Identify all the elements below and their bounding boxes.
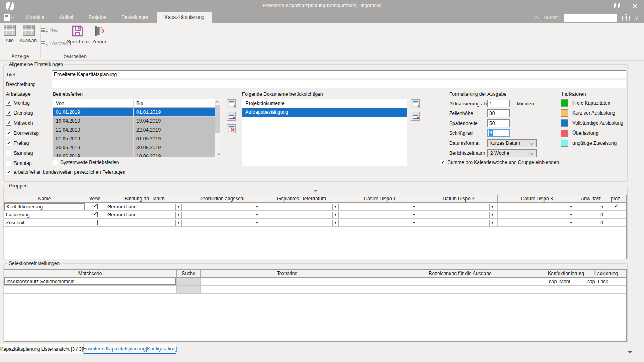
column-header[interactable]: Name xyxy=(4,195,85,202)
table-row[interactable]: 30.05.201930.05.2019 xyxy=(53,143,215,152)
cell-name[interactable]: Lackierung xyxy=(4,211,85,218)
alle-button[interactable]: Alle xyxy=(2,25,17,43)
cell-dispo3-dropdown[interactable] xyxy=(498,219,576,226)
cell-produktion-dropdown[interactable] xyxy=(184,219,262,226)
column-header[interactable]: verw. xyxy=(85,195,105,202)
dropdown-button[interactable] xyxy=(411,204,417,210)
cell-matchcode[interactable]: Insektenschutz Schiebeelement xyxy=(4,278,177,285)
cell-dispo3-dropdown[interactable] xyxy=(498,211,576,218)
dropdown-button[interactable] xyxy=(175,204,182,210)
cell-verw[interactable] xyxy=(85,211,105,218)
cell-abw-fast[interactable]: 5 xyxy=(576,203,605,210)
betriebsferien-grid[interactable]: Von Bis 01.01.201901.01.2019 19.04.20191… xyxy=(53,99,215,157)
vertical-scrollbar[interactable] xyxy=(215,99,221,157)
main-menu-button[interactable] xyxy=(4,13,15,22)
list-item[interactable]: Auftragsbestätigung xyxy=(242,108,407,117)
dropdown-button[interactable] xyxy=(175,220,182,226)
cell-lieferdatum-dropdown[interactable] xyxy=(262,203,341,210)
schriftgrad-input[interactable]: 9 xyxy=(487,129,510,137)
cell-proz[interactable] xyxy=(605,219,627,226)
cell-konfektionierung[interactable] xyxy=(547,286,585,293)
table-row[interactable]: 01.01.201901.01.2019 xyxy=(53,108,215,117)
gruppen-grid[interactable]: Name verw. Bindung an Datum Produktion a… xyxy=(4,195,627,259)
restore-button[interactable] xyxy=(607,0,625,12)
checkbox-montag[interactable]: Montag xyxy=(6,100,39,106)
cell-abw-fast[interactable]: 0 xyxy=(576,211,605,218)
cell-dispo1-dropdown[interactable] xyxy=(341,203,419,210)
dokumente-delete-button[interactable]: ✕ xyxy=(411,112,420,121)
cell-textstring[interactable] xyxy=(201,278,374,285)
cell-proz[interactable] xyxy=(605,211,627,218)
column-header-bis[interactable]: Bis xyxy=(134,99,143,107)
table-row[interactable]: 19.04.201919.04.2019 xyxy=(53,117,215,125)
column-header[interactable]: proz. xyxy=(605,195,627,202)
collapse-ribbon-icon[interactable] xyxy=(534,16,539,20)
dokumente-list[interactable]: Projektdokumente Auftragsbestätigung xyxy=(242,99,407,166)
dropdown-button[interactable] xyxy=(332,204,339,210)
column-header[interactable]: Datum Dispo 2 xyxy=(419,195,498,202)
cell-dispo3-dropdown[interactable] xyxy=(498,203,576,210)
cell-konfektionierung[interactable]: cap_Mont xyxy=(547,278,585,285)
dropdown-button[interactable] xyxy=(411,220,417,226)
cell-matchcode[interactable] xyxy=(4,286,177,293)
dropdown-button[interactable] xyxy=(254,220,260,226)
dropdown-button[interactable] xyxy=(175,212,182,218)
cell-verw[interactable] xyxy=(85,203,105,210)
column-header[interactable]: Geplantes Lieferdatum xyxy=(262,195,341,202)
cell-lieferdatum-dropdown[interactable] xyxy=(262,211,341,218)
checkbox-systemweite-betriebsferien[interactable]: Systemweite Betriebsferien xyxy=(53,160,119,165)
tab-list-menu-icon[interactable] xyxy=(628,350,632,354)
cell-bezeichnung[interactable] xyxy=(374,286,547,293)
binoculars-search-icon[interactable] xyxy=(622,14,630,21)
scrollbar-thumb[interactable] xyxy=(215,105,220,133)
dropdown-button[interactable] xyxy=(568,220,574,226)
aktualisierung-input[interactable] xyxy=(487,100,510,107)
betriebsferien-add-row-button[interactable]: + xyxy=(227,99,236,108)
cell-dispo2-dropdown[interactable] xyxy=(419,211,498,218)
cell-bindung-dropdown[interactable]: Gedruckt am xyxy=(105,203,184,210)
cell-suche-button[interactable] xyxy=(177,278,201,285)
betriebsferien-delete-row-button[interactable]: ✕ xyxy=(227,112,236,121)
close-button[interactable] xyxy=(625,0,644,12)
checkbox-summe-pro-kalenderwoche[interactable]: Summe pro Kalenderwoche und Gruppe einbl… xyxy=(440,160,559,165)
checkbox-freitag[interactable]: Freitag xyxy=(6,140,39,146)
cell-bindung-dropdown[interactable]: Gedruckt am xyxy=(105,211,184,218)
cell-proz[interactable] xyxy=(605,203,627,210)
column-header[interactable]: Datum Dispo 3 xyxy=(498,195,576,202)
dropdown-button[interactable] xyxy=(489,220,495,226)
checkbox-donnerstag[interactable]: Donnerstag xyxy=(6,130,39,136)
cell-verw[interactable] xyxy=(85,219,105,226)
dropdown-button[interactable] xyxy=(568,212,574,218)
column-header[interactable]: Textstring xyxy=(201,270,374,277)
checkbox-samstag[interactable]: Samstag xyxy=(6,150,39,156)
checkbox-sonntag[interactable]: Sonntag xyxy=(6,160,39,166)
table-row[interactable]: 01.05.201901.05.2019 xyxy=(53,134,215,143)
column-header[interactable]: Matchcode xyxy=(4,270,177,277)
dokumente-add-button[interactable]: + xyxy=(411,99,420,108)
cell-textstring[interactable] xyxy=(201,286,374,293)
cell-lackierung[interactable] xyxy=(585,286,627,293)
column-header[interactable]: Bindung an Datum xyxy=(105,195,184,202)
checkbox-dienstag[interactable]: Dienstag xyxy=(6,110,39,116)
menu-tab-artikel[interactable]: Artikel xyxy=(52,12,80,23)
menu-tab-projekte[interactable]: Projekte xyxy=(81,12,114,23)
cell-produktion-dropdown[interactable] xyxy=(184,203,262,210)
column-header[interactable]: Produktion abgeschl. xyxy=(184,195,262,202)
cell-lieferdatum-dropdown[interactable] xyxy=(262,219,341,226)
minimize-button[interactable] xyxy=(588,0,607,12)
speichern-button[interactable]: Speichern xyxy=(66,25,89,45)
column-header[interactable]: Konfektionierung xyxy=(547,270,585,277)
cell-dispo1-dropdown[interactable] xyxy=(341,219,419,226)
titel-input[interactable] xyxy=(52,70,626,78)
tab-listenansicht[interactable]: Kapazitätsplanung Listenansicht [3 / 3] xyxy=(0,344,83,354)
column-header[interactable]: Suche xyxy=(177,270,201,277)
column-header[interactable]: Bezeichnung für die Ausgabe xyxy=(374,270,547,277)
dropdown-button[interactable] xyxy=(332,220,339,226)
selektion-grid[interactable]: Matchcode Suche Textstring Bezeichnung f… xyxy=(4,269,627,342)
column-header[interactable]: Datum Dispo 1 xyxy=(341,195,419,202)
dropdown-button[interactable] xyxy=(411,212,417,218)
cell-abw-fast[interactable]: 0 xyxy=(576,219,605,226)
dropdown-button[interactable] xyxy=(489,212,495,218)
dropdown-button[interactable] xyxy=(254,204,260,210)
help-icon[interactable]: ? xyxy=(635,14,638,21)
